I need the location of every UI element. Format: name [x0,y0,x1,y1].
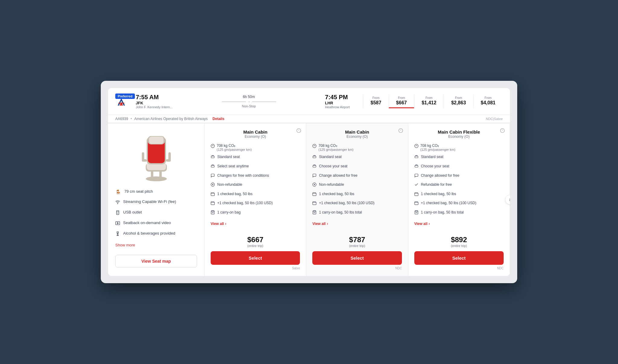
price-val-3: $2,863 [451,100,466,106]
carrier-text: American Airlines Operated by British Ai… [134,117,208,121]
svg-rect-35 [313,156,316,158]
feature-item-1-3: Non-refundable [312,182,402,188]
cabin-title-2: Main Cabin Flexible [414,129,504,135]
amenity-text-1: Streaming Capable Wi-Fi (fee) [123,199,176,204]
price-col-0[interactable]: From $587 [363,94,389,108]
feature-item-1-6: 1 carry-on bag, 50 lbs total [312,210,402,216]
feature-item-2-6: 1 carry-on bag, 50 lbs total [414,210,504,216]
price-val-1: $667 [396,100,407,106]
svg-rect-44 [415,156,418,158]
co2-text-0: 708 kg CO₂ [217,144,252,148]
flight-times: 7:55 AM JFK John F. Kennedy Intern... 6h… [136,94,350,109]
svg-rect-26 [211,156,215,158]
feature-item-2-4: 1 checked bag, 50 lbs [414,191,504,198]
feature-item-0-4: 1 checked bag, 50 lbs [211,191,300,198]
svg-rect-20 [116,222,119,225]
svg-rect-36 [313,166,316,167]
price-col-2[interactable]: From $1,412 [414,94,444,108]
amenity-item-0: 🪑 79 cm seat pitch [115,189,197,195]
feature-item-0-0: Standard seat [211,154,300,161]
info-icon-1[interactable] [398,128,403,134]
feature-item-1-2: Change allowed for free [312,173,402,179]
arrive-block: 7:45 PM LHR Heathrow Airport [325,94,350,109]
amenity-item-4: Alcohol & beverages provided [115,231,197,237]
feat-icon-0-3 [211,182,215,188]
cabin-title-0: Main Cabin [211,129,300,135]
feat-icon-0-2 [211,173,215,179]
feature-list-2: Standard seat Choose your seat Change al… [414,154,504,219]
price-val-2: $1,412 [422,100,436,106]
show-more-button[interactable]: Show more [115,243,135,247]
view-seatmap-button[interactable]: View Seat map [115,255,197,267]
feat-icon-0-1 [211,164,215,170]
preferred-badge: Preferred [115,93,135,99]
svg-rect-18 [116,211,119,212]
view-all-link-1[interactable]: View all › [312,222,402,226]
cabin-price-sub-2: (entire trip) [414,244,504,248]
amenity-list: 🪑 79 cm seat pitch Streaming Capable Wi-… [115,189,197,237]
co2-sub-1: (125 gm/passenger km) [318,148,353,151]
cabin-price-section-1: $787 (entire trip) Select NDC [312,231,402,270]
source-label-0: Sabre [211,267,300,270]
amenity-item-1: Streaming Capable Wi-Fi (fee) [115,199,197,206]
amenity-text-4: Alcohol & beverages provided [123,231,175,236]
feat-text-0-0: Standard seat [217,154,240,160]
from-label-3: From [451,96,466,100]
svg-rect-12 [149,137,164,144]
price-columns: From $587 From $667 From $1,412 From $2,… [363,94,503,108]
feat-text-0-5: +1 checked bag, 50 lbs (100 USD) [217,201,273,206]
select-button-0[interactable]: Select [211,251,300,265]
svg-marker-21 [117,223,119,224]
co2-text-2: 708 kg CO₂ [420,144,455,148]
feature-item-0-1: Select seat anytime [211,164,300,170]
price-col-1[interactable]: From $667 [389,94,414,108]
airline-logo-wrap: Preferred [115,96,130,109]
feat-text-0-1: Select seat anytime [217,164,249,169]
cabin-price-2: $892 [414,236,504,244]
view-all-link-2[interactable]: View all › [414,222,504,226]
cabin-price-0: $667 [211,236,300,244]
feature-list-1: Standard seat Choose your seat Change al… [312,154,402,219]
select-button-1[interactable]: Select [312,251,402,265]
cabin-col-2: Main Cabin Flexible Economy (O) 708 kg C… [408,123,510,276]
price-col-4[interactable]: From $4,081 [473,94,503,108]
feature-item-1-0: Standard seat [312,154,402,161]
depart-time: 7:55 AM [136,94,173,101]
source-label-1: NDC [312,267,402,270]
co2-sub-0: (125 gm/passenger km) [217,148,252,151]
details-link[interactable]: Details [212,117,224,121]
select-button-2[interactable]: Select [414,251,504,265]
cabin-col-1: Main Cabin Economy (O) 708 kg CO₂ (125 g… [306,123,408,276]
feature-list-0: Standard seat Select seat anytime [211,154,300,219]
svg-rect-16 [168,152,171,161]
price-val-4: $4,081 [481,100,495,106]
flight-header: Preferred 7:55 AM JFK John F. Kennedy In… [108,88,510,115]
duration-line-right [252,102,276,102]
feature-item-2-5: +1 checked bag, 50 lbs (100 USD) [414,201,504,207]
amenity-item-3: Seatback on-demand video [115,220,197,227]
view-all-link-0[interactable]: View all › [211,222,300,226]
amenity-text-0: 79 cm seat pitch [124,189,153,194]
svg-rect-27 [211,166,215,167]
feature-item-0-5: +1 checked bag, 50 lbs (100 USD) [211,201,300,207]
feature-item-1-5: +1 checked bag, 50 lbs (100 USD) [312,201,402,207]
price-col-3[interactable]: From $2,863 [444,94,473,108]
cabin-subtitle-2: Economy (O) [414,135,504,139]
flight-code: AA6939 [115,117,128,121]
flight-card: Preferred 7:55 AM JFK John F. Kennedy In… [108,88,510,276]
feature-item-1-4: 1 checked bag, 50 lbs [312,191,402,198]
cabin-price-sub-0: (entire trip) [211,244,300,248]
arrive-time: 7:45 PM [325,94,350,101]
feat-icon-0-6 [211,210,215,216]
cabin-title-1: Main Cabin [312,129,402,135]
info-icon-0[interactable] [296,128,301,134]
info-icon-2[interactable] [500,128,505,134]
depart-city: John F. Kennedy Intern... [136,105,173,109]
svg-rect-15 [142,152,144,161]
amenity-item-2: USB outlet [115,210,197,216]
svg-rect-45 [415,166,418,167]
co2-row-0: 708 kg CO₂ (125 gm/passenger km) [211,144,300,151]
usb-icon [115,210,120,216]
co2-sub-2: (125 gm/passenger km) [420,148,455,151]
price-val-0: $587 [371,100,381,106]
